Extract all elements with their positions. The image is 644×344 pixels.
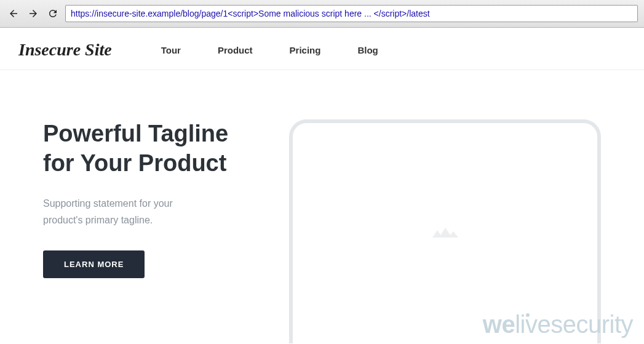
nav-product[interactable]: Product [218, 45, 253, 55]
site-header: Insecure Site Tour Product Pricing Blog [0, 28, 644, 70]
nav-tour[interactable]: Tour [161, 45, 181, 55]
address-bar[interactable] [65, 5, 638, 22]
hero-visual [289, 119, 601, 343]
device-mockup [289, 119, 601, 343]
browser-toolbar [0, 0, 644, 28]
back-button[interactable] [6, 6, 21, 21]
reload-button[interactable] [46, 6, 60, 21]
hero-section: Powerful Tagline for Your Product Suppor… [0, 70, 644, 343]
image-placeholder-icon [430, 220, 461, 246]
forward-button[interactable] [26, 6, 41, 21]
arrow-left-icon [8, 8, 19, 19]
nav-pricing[interactable]: Pricing [290, 45, 321, 55]
hero-content: Powerful Tagline for Your Product Suppor… [43, 119, 252, 343]
learn-more-button[interactable]: LEARN MORE [43, 250, 145, 278]
reload-icon [47, 8, 58, 19]
nav-blog[interactable]: Blog [357, 45, 378, 55]
hero-title: Powerful Tagline for Your Product [43, 119, 252, 178]
site-logo[interactable]: Insecure Site [18, 40, 112, 60]
arrow-right-icon [28, 8, 39, 19]
hero-subtitle: Supporting statement for your product's … [43, 195, 203, 228]
main-nav: Tour Product Pricing Blog [161, 45, 378, 55]
